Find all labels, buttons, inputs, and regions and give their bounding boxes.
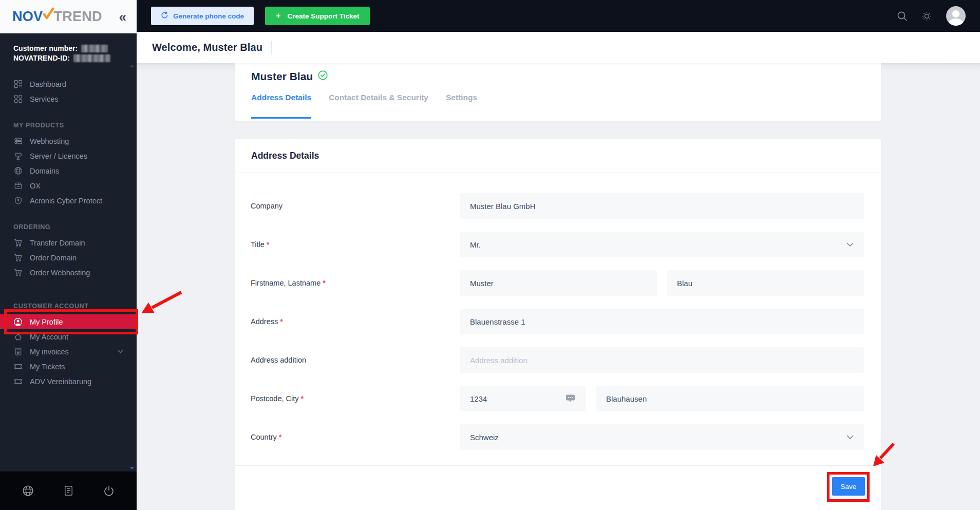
section-header-ordering: ORDERING (13, 223, 123, 231)
title-select[interactable]: Mr. (460, 232, 864, 257)
cart-plus-icon (13, 253, 23, 262)
postcode-input[interactable] (470, 394, 561, 403)
create-support-ticket-label: Create Support Ticket (287, 12, 359, 20)
create-support-ticket-button[interactable]: + Create Support Ticket (265, 7, 370, 25)
sidebar-item-my-profile[interactable]: My Profile (0, 314, 137, 329)
logo-box: NOV TREND « (0, 0, 137, 33)
sidebar-item-label: My Tickets (30, 363, 65, 371)
company-input[interactable] (470, 202, 854, 211)
address-form: Company Title* Mr. (235, 173, 881, 450)
generate-phone-code-label: Generate phone code (173, 12, 244, 20)
address-details-card: Address Details Company Title* (235, 139, 881, 510)
sidebar-item-label: My invoices (30, 348, 69, 356)
avatar[interactable] (946, 6, 966, 26)
field-label: Postcode, City* (251, 394, 460, 403)
sidebar-item-label: Order Domain (30, 254, 77, 262)
required-marker: * (267, 240, 270, 249)
tabs: Address Details Contact Details & Securi… (251, 93, 864, 119)
sidebar-item-my-tickets[interactable]: My Tickets (0, 359, 137, 374)
required-marker: * (301, 394, 304, 403)
field-label: Address addition (251, 356, 460, 364)
theme-brightness-icon[interactable] (921, 11, 932, 22)
customer-info: Customer number: NOVATREND-ID: (0, 33, 137, 63)
city-field[interactable] (596, 386, 864, 411)
sidebar-item-my-account[interactable]: My Account (0, 329, 137, 344)
sidebar-item-label: Domains (30, 167, 59, 175)
card-title: Address Details (235, 139, 881, 173)
form-row-title: Title* Mr. (251, 232, 864, 257)
sidebar-item-dashboard[interactable]: Dashboard (0, 77, 137, 91)
firstname-field[interactable] (460, 270, 657, 296)
sidebar-item-services[interactable]: Services (0, 91, 137, 106)
sidebar-item-order-webhosting[interactable]: Order Webhosting (0, 265, 137, 280)
company-field[interactable] (460, 193, 864, 219)
required-marker: * (280, 317, 283, 326)
field-label: Address* (251, 317, 460, 326)
tab-settings[interactable]: Settings (446, 93, 477, 119)
sidebar-item-adv-vereinbarung[interactable]: ADV Vereinbarung (0, 374, 137, 389)
dashboard-icon (13, 80, 23, 89)
topbar-right (897, 6, 966, 26)
postcode-field[interactable] (460, 386, 586, 411)
lastname-input[interactable] (677, 279, 854, 288)
search-icon[interactable] (897, 11, 908, 22)
field-label: Company (251, 202, 460, 210)
scroll-up-icon[interactable] (130, 65, 134, 67)
sidebar-item-transfer-domain[interactable]: Transfer Domain (0, 235, 137, 250)
field-label: Firstname, Lastname* (251, 279, 460, 287)
city-input[interactable] (606, 394, 854, 403)
main-area: Generate phone code + Create Support Tic… (137, 0, 980, 510)
invoice-icon (13, 347, 23, 356)
sidebar-nav: Dashboard Services MY PRODUCTS Webhostin… (0, 63, 137, 471)
globe-icon[interactable] (22, 484, 34, 497)
sidebar-item-order-domain[interactable]: Order Domain (0, 250, 137, 265)
novatrend-logo: NOV TREND (12, 7, 102, 26)
shield-icon (13, 196, 23, 205)
sidebar-item-label: Transfer Domain (30, 239, 85, 247)
tab-contact-details-security[interactable]: Contact Details & Security (329, 93, 428, 119)
field-label: Country* (251, 433, 460, 441)
sidebar-item-label: Services (30, 95, 59, 103)
field-label: Title* (251, 240, 460, 249)
title-divider (271, 41, 272, 54)
required-marker: * (323, 279, 326, 287)
sidebar-item-label: Dashboard (30, 80, 66, 88)
save-annotation-frame: Save (832, 477, 865, 496)
cart-plus-icon (13, 238, 23, 248)
tab-address-details[interactable]: Address Details (251, 93, 311, 119)
chevron-down-icon (846, 435, 854, 439)
form-row-postcode-city: Postcode, City* (251, 386, 864, 411)
welcome-bar: Welcome, Muster Blau (137, 32, 980, 63)
scroll-down-icon[interactable] (130, 467, 134, 469)
address-addition-input[interactable] (470, 356, 854, 365)
sidebar-item-my-invoices[interactable]: My invoices (0, 344, 137, 359)
sidebar-item-label: My Profile (30, 318, 63, 326)
refresh-icon (161, 11, 168, 21)
form-row-address: Address* (251, 309, 864, 334)
user-circle-icon (13, 317, 23, 327)
address-addition-field[interactable] (460, 347, 864, 373)
sidebar-collapse-icon[interactable]: « (119, 10, 126, 24)
ticket-icon (13, 362, 23, 371)
address-input[interactable] (470, 317, 854, 326)
sidebar-item-domains[interactable]: Domains (0, 163, 137, 178)
notes-icon[interactable] (63, 485, 74, 497)
country-select[interactable]: Schweiz (460, 424, 864, 450)
firstname-input[interactable] (470, 279, 647, 288)
sidebar-item-acronis[interactable]: Acronis Cyber Protect (0, 193, 137, 208)
sidebar-item-server-licences[interactable]: Server / Licences (0, 148, 137, 163)
sidebar-item-ox[interactable]: OX (0, 178, 137, 193)
save-button[interactable]: Save (832, 477, 865, 496)
lastname-field[interactable] (667, 270, 864, 296)
sidebar-item-label: ADV Vereinbarung (30, 377, 91, 386)
address-field[interactable] (460, 309, 864, 334)
power-icon[interactable] (103, 485, 115, 497)
generate-phone-code-button[interactable]: Generate phone code (151, 7, 254, 25)
webhosting-icon (13, 137, 23, 146)
novatrend-id-label: NOVATREND-ID: (13, 53, 70, 63)
comment-bubble-icon (566, 394, 576, 403)
sidebar-item-webhosting[interactable]: Webhosting (0, 134, 137, 148)
country-select-value: Schweiz (470, 433, 499, 442)
customer-number-label: Customer number: (13, 44, 78, 53)
content-area: Muster Blau Address Details Contact Deta… (137, 63, 980, 510)
